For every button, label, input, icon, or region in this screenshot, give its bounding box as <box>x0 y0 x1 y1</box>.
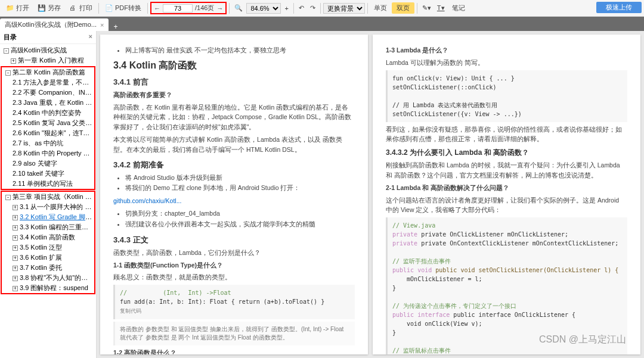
zoom-out-icon[interactable]: 🔍 <box>232 4 245 12</box>
paragraph: 刚接触到高阶函数和 Lambda 的时候，我就一直有个疑问：为什么要引入 Lam… <box>386 160 627 180</box>
code-block: // (Int, Int) ->Float fun add(a: Int, b:… <box>113 285 355 319</box>
tree-item[interactable]: +3.1 从一个膜拜大神的 Demo 开始 <box>2 202 94 212</box>
tab-title: 高级Kotlin强化实战（附Demo... <box>5 20 97 29</box>
heading-h4: 3.4.3.2 为什么要引入 Lambda 和 高阶函数？ <box>386 148 627 158</box>
upload-button[interactable]: 极速上传 <box>596 2 642 13</box>
zoom-select[interactable]: 84.6% <box>246 3 281 14</box>
tree-item[interactable]: 2.3 Java 重载，在 Kotlin 中怎么巧妙过渡 <box>2 98 94 108</box>
tree-item[interactable]: 2.2 不要 Companion、INSTANCE? <box>2 88 94 98</box>
tree-item[interactable]: 2.7 is、as 中的坑 <box>2 138 94 148</box>
page-left: 网上博客写的 最佳实践 不一定均包括本文，要独立思考 3.4 Kotlin 高阶… <box>100 35 368 354</box>
note-block: 将函数的 参数类型 和 返回值类型 抽象出来后，就得到了 函数类型。(Int, … <box>113 322 355 345</box>
code-block: // View.java private private OnClickList… <box>386 217 627 354</box>
prev-page-icon[interactable]: ← <box>154 5 160 12</box>
heading-h3: 3.4.2 前期准备 <box>113 160 355 170</box>
paragraph: 函数类型，高阶函数，Lambda，它们分别是什么？ <box>113 248 355 258</box>
pdf-icon: 📄 <box>105 4 113 13</box>
single-page-button[interactable]: 单页 <box>370 2 391 14</box>
open-button[interactable]: 📁打开 <box>2 2 33 14</box>
save-button[interactable]: 💾另存 <box>34 2 64 14</box>
paragraph: Lambda 可以理解为函数的 简写。 <box>386 58 627 68</box>
save-icon: 💾 <box>38 4 46 13</box>
tree-item[interactable]: +3.7 Kotlin 委托 <box>2 263 94 273</box>
list-item: 强烈建议各位小伙伴跟着本文一起实战，实战才能学到本文的精髓 <box>125 219 355 230</box>
tree-item[interactable]: 2.9 also 关键字 <box>2 158 94 169</box>
tree-item[interactable]: +3.6 Kotlin 扩展 <box>2 253 94 263</box>
tab[interactable]: 高级Kotlin强化实战（附Demo... × <box>0 18 109 31</box>
tree-item[interactable]: +3.8 协程"不为人知"的调试技巧 <box>2 273 94 283</box>
bold-text: 1-3 Lambda 是什么？ <box>386 46 448 54</box>
tree-ch2-head[interactable]: -第二章 Kotlin 高阶函数篇 <box>2 67 94 77</box>
paragraph: 顾名思义：函数类型，就是函数的类型。 <box>113 272 355 282</box>
paragraph: 这个问题站在语言的设计者角度更好理解，让我们看个实际的例子。这是 Android… <box>386 195 627 216</box>
page-input[interactable] <box>163 4 193 13</box>
paragraph: 本文将以尽可能简单的方式讲解 Kotlin 高阶函数，Lambda 表达式，以及… <box>113 135 355 155</box>
paragraph: 高阶函数，在 Kotlin 里有着举足轻重的地位。它是 Kotlin 函数式编程… <box>113 102 355 132</box>
paragraph: 看到这，如果你没有疑惑，那恭喜你，说明你的悟性很高，或者说你基础很好；如果你感到… <box>386 124 627 145</box>
print-button[interactable]: 🖨打印 <box>66 2 96 14</box>
tree-item[interactable]: 2.8 Kotlin 中的 Property 的理解 <box>2 148 94 158</box>
list-item: 切换到分支：chapter_04_lambda <box>125 208 355 219</box>
sidebar-close-icon[interactable]: × <box>89 33 92 42</box>
outline-tree: -高级Kotlin强化实战 +第一章 Kotlin 入门教程 -第二章 Kotl… <box>0 44 96 296</box>
tab-add-icon[interactable]: + <box>109 23 122 31</box>
heading-h3: 3.4.1 前言 <box>113 77 355 88</box>
bold-text: 1-2 高阶函数是什么？ <box>113 349 177 354</box>
rotate-left-icon[interactable]: ↶ <box>296 4 306 12</box>
tree-item[interactable]: 2.4 Kotlin 中的判空姿势 <box>2 108 94 118</box>
content: 网上博客写的 最佳实践 不一定均包括本文，要独立思考 3.4 Kotlin 高阶… <box>97 31 644 358</box>
tree-item[interactable]: +3.4 Kotlin 高阶函数 <box>2 232 94 242</box>
tree-item[interactable]: +3.5 Kotlin 泛型 <box>2 242 94 253</box>
highlight-icon[interactable]: ✎▾ <box>420 4 434 12</box>
tree-item[interactable]: 2.10 takeif 关键字 <box>2 169 94 179</box>
page-nav: ← /146页 → <box>150 2 227 14</box>
tree-ch1[interactable]: +第一章 Kotlin 入门教程 <box>0 55 96 66</box>
next-page-icon[interactable]: → <box>216 5 223 12</box>
tree-item[interactable]: +3.9 图解协程：suspend <box>2 283 94 293</box>
heading-h2: 3.4 Kotlin 高阶函数 <box>113 60 355 72</box>
list-item: 将我们的 Demo 工程 clone 到本地，用 Android Studio … <box>125 183 355 194</box>
tree-root[interactable]: -高级Kotlin强化实战 <box>0 45 96 55</box>
toolbar: 📁打开 💾另存 🖨打印 📄PDF转换 ← /146页 → 🔍 84.6% + ↶… <box>0 0 644 17</box>
note-button[interactable]: 笔记 <box>448 2 469 14</box>
heading-h3: 3.4.3 正文 <box>113 235 355 245</box>
tree-item[interactable]: 2.11 单例模式的写法 <box>2 179 94 189</box>
tree-ch3-head[interactable]: -第三章 项目实战《Kotlin Jetpack 实战》 <box>2 192 94 202</box>
folder-icon: 📁 <box>6 4 14 13</box>
text-icon[interactable]: T▾ <box>435 4 447 12</box>
bullet: 网上博客写的 最佳实践 不一定均包括本文，要独立思考 <box>125 45 355 56</box>
tree-item[interactable]: +3.3 Kotlin 编程的三重境界 <box>2 222 94 232</box>
tree-item[interactable]: 2.5 Kotlin 复写 Java 父类中的方法 <box>2 118 94 128</box>
tree-item[interactable]: +3.2 Kotlin 写 Gradle 脚本是一种什么体验 <box>2 212 94 222</box>
sidebar-title: 目录 <box>4 33 17 42</box>
code-block: fun onClick(v: View): Unit { ... } setOn… <box>386 70 627 122</box>
bg-select[interactable]: 更换背景 <box>323 3 365 14</box>
list-item: 将 Android Studio 版本升级到最新 <box>125 173 355 183</box>
bold-text: 2-1 Lambda 和 高阶函数解决了什么问题？ <box>386 184 509 191</box>
tree-item[interactable]: 2.6 Kotlin "狠起来"，连TODO都不放过！ <box>2 128 94 138</box>
print-icon: 🖨 <box>69 4 78 13</box>
tab-bar: 高级Kotlin强化实战（附Demo... × + <box>0 17 644 31</box>
close-icon[interactable]: × <box>100 21 104 29</box>
page-right: 1-3 Lambda 是什么？ Lambda 可以理解为函数的 简写。 fun … <box>373 35 640 354</box>
page-total: /146页 <box>195 4 214 13</box>
bold-text: 1-1 函数类型(Function Type)是什么？ <box>113 262 223 269</box>
dual-page-button[interactable]: 双页 <box>392 2 414 14</box>
rotate-right-icon[interactable]: ↷ <box>308 4 318 12</box>
tree-item[interactable]: 2.1 方法入参是常量，不可修改 <box>2 77 94 88</box>
bold-text: 高阶函数有多重要？ <box>113 91 172 98</box>
sidebar: 目录 × -高级Kotlin强化实战 +第一章 Kotlin 入门教程 -第二章… <box>0 31 97 358</box>
link[interactable]: github.com/chaxiu/Kotl... <box>113 197 181 204</box>
zoom-in-icon[interactable]: + <box>282 5 290 12</box>
pdf-convert-button[interactable]: 📄PDF转换 <box>101 2 145 14</box>
